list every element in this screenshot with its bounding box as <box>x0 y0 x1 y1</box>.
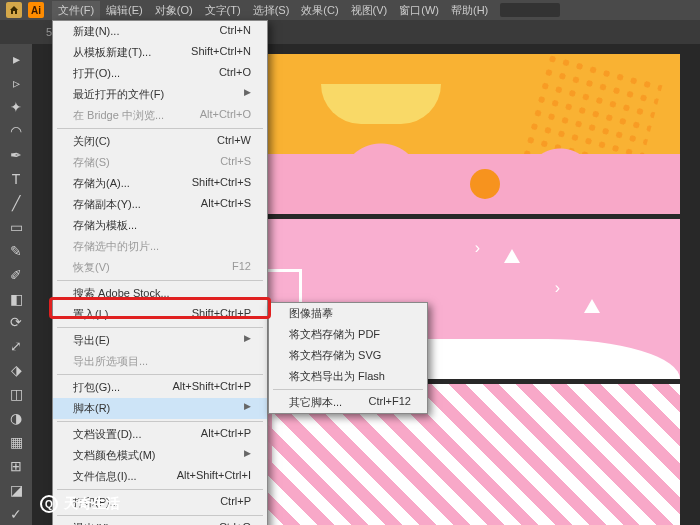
menu-select[interactable]: 选择(S) <box>247 1 296 20</box>
file-menu-item[interactable]: 关闭(C)Ctrl+W <box>53 131 267 152</box>
app-icon: Ai <box>28 2 44 18</box>
file-menu-item[interactable]: 文件信息(I)...Alt+Shift+Ctrl+I <box>53 466 267 487</box>
file-menu-item[interactable]: 导出所选项目... <box>53 351 267 372</box>
mesh-tool-icon[interactable]: ⊞ <box>4 455 28 477</box>
file-menu-item[interactable]: 存储为模板... <box>53 215 267 236</box>
file-menu-item[interactable]: 导出(E)▶ <box>53 330 267 351</box>
file-menu-item[interactable]: 存储选中的切片... <box>53 236 267 257</box>
file-menu-item[interactable]: 脚本(R)▶ <box>53 398 267 419</box>
file-menu-item[interactable]: 置入(L)...Shift+Ctrl+P <box>53 304 267 325</box>
pen-tool-icon[interactable]: ✒ <box>4 144 28 166</box>
file-menu-item[interactable]: 文档颜色模式(M)▶ <box>53 445 267 466</box>
watermark-text: 天奇生活 <box>64 495 120 513</box>
file-menu-item[interactable]: 从模板新建(T)...Shift+Ctrl+N <box>53 42 267 63</box>
menu-view[interactable]: 视图(V) <box>345 1 394 20</box>
script-submenu-item[interactable]: 其它脚本...Ctrl+F12 <box>269 392 427 413</box>
pencil-tool-icon[interactable]: ✐ <box>4 264 28 286</box>
script-submenu-item[interactable]: 将文档存储为 PDF <box>269 324 427 345</box>
menu-help[interactable]: 帮助(H) <box>445 1 494 20</box>
magic-wand-tool-icon[interactable]: ✦ <box>4 96 28 118</box>
eraser-tool-icon[interactable]: ◧ <box>4 288 28 310</box>
eyedropper-tool-icon[interactable]: ✓ <box>4 503 28 525</box>
selection-tool-icon[interactable]: ▸ <box>4 48 28 70</box>
watermark: Q 天奇生活 <box>40 495 120 513</box>
file-menu-item[interactable]: 恢复(V)F12 <box>53 257 267 278</box>
file-menu-item[interactable]: 最近打开的文件(F)▶ <box>53 84 267 105</box>
script-submenu-item[interactable]: 将文档存储为 SVG <box>269 345 427 366</box>
menu-object[interactable]: 对象(O) <box>149 1 199 20</box>
script-submenu-item[interactable]: 将文档导出为 Flash <box>269 366 427 387</box>
width-tool-icon[interactable]: ⬗ <box>4 359 28 381</box>
brush-tool-icon[interactable]: ✎ <box>4 240 28 262</box>
direct-selection-tool-icon[interactable]: ▹ <box>4 72 28 94</box>
lasso-tool-icon[interactable]: ◠ <box>4 120 28 142</box>
script-submenu-item[interactable]: 图像描摹 <box>269 303 427 324</box>
file-menu-item[interactable]: 打包(G)...Alt+Shift+Ctrl+P <box>53 377 267 398</box>
toolbox: ▸ ▹ ✦ ◠ ✒ T ╱ ▭ ✎ ✐ ◧ ⟳ ⤢ ⬗ ◫ ◑ ▦ ⊞ ◪ ✓ <box>0 44 32 525</box>
file-menu-item[interactable]: 存储为(A)...Shift+Ctrl+S <box>53 173 267 194</box>
shape-builder-tool-icon[interactable]: ◑ <box>4 407 28 429</box>
watermark-icon: Q <box>40 495 58 513</box>
file-menu-item[interactable]: 退出(X)Ctrl+Q <box>53 518 267 525</box>
menu-type[interactable]: 文字(T) <box>199 1 247 20</box>
file-menu-item[interactable]: 搜索 Adobe Stock... <box>53 283 267 304</box>
file-menu-dropdown: 新建(N)...Ctrl+N从模板新建(T)...Shift+Ctrl+N打开(… <box>52 20 268 525</box>
file-menu-item[interactable]: 存储副本(Y)...Alt+Ctrl+S <box>53 194 267 215</box>
gradient-tool-icon[interactable]: ◪ <box>4 479 28 501</box>
search-input[interactable] <box>500 3 560 17</box>
menu-window[interactable]: 窗口(W) <box>393 1 445 20</box>
rectangle-tool-icon[interactable]: ▭ <box>4 216 28 238</box>
file-menu-item[interactable]: 新建(N)...Ctrl+N <box>53 21 267 42</box>
line-tool-icon[interactable]: ╱ <box>4 192 28 214</box>
file-menu-item[interactable]: 打开(O)...Ctrl+O <box>53 63 267 84</box>
menubar: Ai 文件(F) 编辑(E) 对象(O) 文字(T) 选择(S) 效果(C) 视… <box>0 0 700 20</box>
script-submenu: 图像描摹将文档存储为 PDF将文档存储为 SVG将文档导出为 Flash其它脚本… <box>268 302 428 414</box>
file-menu-item[interactable]: 存储(S)Ctrl+S <box>53 152 267 173</box>
home-icon[interactable] <box>6 2 22 18</box>
menu-edit[interactable]: 编辑(E) <box>100 1 149 20</box>
file-menu-item[interactable]: 文档设置(D)...Alt+Ctrl+P <box>53 424 267 445</box>
rotate-tool-icon[interactable]: ⟳ <box>4 311 28 333</box>
perspective-tool-icon[interactable]: ▦ <box>4 431 28 453</box>
free-transform-tool-icon[interactable]: ◫ <box>4 383 28 405</box>
menu-effect[interactable]: 效果(C) <box>295 1 344 20</box>
type-tool-icon[interactable]: T <box>4 168 28 190</box>
menu-file[interactable]: 文件(F) <box>52 1 100 20</box>
scale-tool-icon[interactable]: ⤢ <box>4 335 28 357</box>
file-menu-item[interactable]: 在 Bridge 中浏览...Alt+Ctrl+O <box>53 105 267 126</box>
